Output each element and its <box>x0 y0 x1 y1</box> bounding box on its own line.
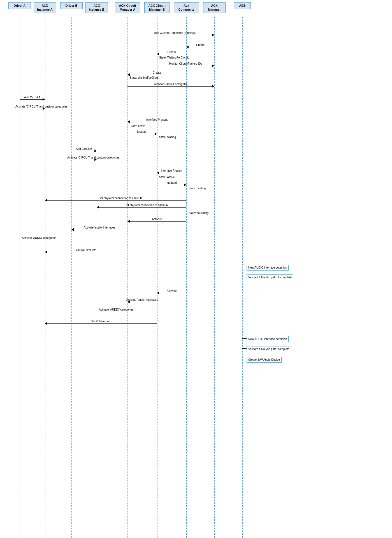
msg-label-19: State: binding <box>189 187 206 190</box>
msg-line-9 <box>20 109 45 109</box>
actor-box-3: ACXInstance B <box>85 2 108 13</box>
sequence-diagram: Driver AACXInstance ADriver BACXInstance… <box>0 0 392 538</box>
msg-label-5: Create <box>140 71 174 74</box>
msg-label-11: State: Active <box>130 125 145 128</box>
msg-label-4: Monitor Circuit/Factory IDs <box>169 62 203 65</box>
msg-line-12 <box>127 134 157 134</box>
msg-label-31: Activate 'AUDIO' categories <box>99 308 133 311</box>
arrow-4 <box>212 64 214 67</box>
arrow-26 <box>45 251 47 253</box>
msg-label-26: Get KS filter info <box>69 248 103 251</box>
msg-label-25: Activate 'AUDIO' categories <box>22 236 56 239</box>
note-33: New AUDIO interface detection <box>247 336 289 342</box>
lifeline-4 <box>127 17 128 538</box>
msg-line-33 <box>242 338 247 339</box>
msg-line-23 <box>127 221 186 222</box>
lifeline-0 <box>20 17 20 538</box>
msg-label-13: State: waiting <box>159 136 176 139</box>
msg-line-5 <box>127 75 186 75</box>
msg-label-10: Interface Present <box>140 118 174 121</box>
msg-label-20: Set physical connection to circuit B <box>99 197 133 200</box>
arrow-32 <box>45 322 47 325</box>
msg-label-16: Interface Present <box>155 169 189 172</box>
arrow-5 <box>127 73 130 76</box>
lifeline-5 <box>157 17 157 538</box>
actor-box-4: ACX CircuitManager A <box>115 2 140 13</box>
arrow-7 <box>212 85 214 88</box>
msg-label-15: Activate 'CIRCUIT' and custom categories <box>67 156 101 159</box>
msg-line-1 <box>186 47 214 47</box>
msg-label-23: Activate <box>140 218 174 221</box>
msg-line-4 <box>157 66 214 66</box>
lifeline-8 <box>242 17 243 538</box>
arrow-21 <box>97 206 99 209</box>
msg-label-17: State: Active <box>159 176 175 179</box>
msg-label-14: Add Circuit B <box>67 147 101 150</box>
msg-line-26 <box>45 252 127 252</box>
msg-line-2 <box>157 54 186 54</box>
msg-label-12: {update} <box>126 130 159 133</box>
msg-line-35 <box>242 359 247 359</box>
msg-label-8: Add Circuit A <box>15 96 49 99</box>
arrow-10 <box>127 120 130 123</box>
arrow-20 <box>45 199 47 202</box>
msg-label-21: Set physical connection to circuit A <box>125 204 158 207</box>
msg-line-24 <box>71 230 127 230</box>
note-34: Validate full audio path: complete <box>247 346 291 352</box>
note-35: Create S/W Audio Device <box>247 357 282 363</box>
msg-line-20 <box>45 200 186 201</box>
msg-label-24: Activate 'audio' interfaces <box>83 226 116 229</box>
msg-label-2: Create <box>155 50 189 53</box>
msg-label-29: Activate <box>155 289 189 292</box>
msg-label-22: State: activating <box>189 211 208 215</box>
msg-label-6: State: WaitingForCircuit <box>130 76 159 79</box>
msg-line-30 <box>127 302 157 302</box>
msg-label-0: Add Custom Templates (Bindings) <box>154 31 188 34</box>
msg-label-7: Monitor Circuit/Factory IDs <box>154 83 188 86</box>
msg-line-0 <box>127 35 214 35</box>
actor-box-8: AEB <box>234 2 251 9</box>
msg-line-21 <box>97 207 186 208</box>
msg-label-9: Activate 'CIRCUIT' and custom categories <box>15 105 49 108</box>
note-27: New AUDIO interface detection <box>247 265 289 271</box>
actor-box-5: ACX CircuitManager B <box>144 2 170 13</box>
actor-box-0: Driver A <box>8 2 31 9</box>
msg-line-29 <box>157 293 186 293</box>
msg-line-14 <box>71 151 97 151</box>
actor-box-6: AcxComposite <box>174 2 199 13</box>
msg-label-32: Get KS filter info <box>84 320 118 323</box>
msg-line-15 <box>71 160 97 160</box>
lifeline-1 <box>45 17 45 538</box>
arrow-24 <box>71 228 74 231</box>
msg-line-8 <box>20 99 45 100</box>
msg-line-16 <box>157 173 186 173</box>
msg-label-1: Create <box>184 43 217 46</box>
arrow-23 <box>127 220 130 223</box>
lifeline-2 <box>71 17 72 538</box>
lifeline-3 <box>97 17 97 538</box>
msg-line-10 <box>127 122 186 122</box>
msg-line-34 <box>242 348 247 349</box>
msg-label-18: {update} <box>155 181 189 184</box>
msg-line-7 <box>127 86 214 87</box>
actor-box-1: ACXInstance A <box>34 2 56 13</box>
msg-label-3: State: WaitingForCircuit <box>159 56 189 59</box>
msg-line-28 <box>242 277 247 277</box>
note-28: Validate full audio path: Incomplete <box>247 274 293 280</box>
lifeline-6 <box>186 17 187 538</box>
msg-line-32 <box>45 323 157 324</box>
actor-box-2: Driver B <box>60 2 83 9</box>
actor-box-7: ACXManager <box>203 2 226 13</box>
msg-line-27 <box>242 267 247 267</box>
arrow-0 <box>212 34 214 36</box>
msg-label-30: Activate 'audio' interfaces <box>126 298 159 301</box>
msg-line-18 <box>157 185 186 185</box>
lifeline-7 <box>214 17 215 538</box>
